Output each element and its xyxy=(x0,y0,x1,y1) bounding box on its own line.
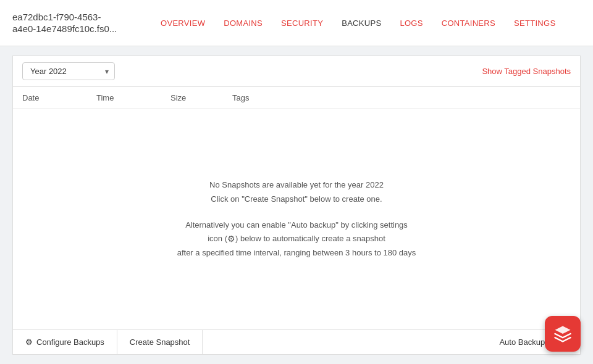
toolbar: Year 2022Year 2021Year 2020 Show Tagged … xyxy=(13,56,580,87)
table-header: Date Time Size Tags xyxy=(13,87,580,109)
bottom-bar: ⚙ Configure Backups Create Snapshot Auto… xyxy=(13,329,580,354)
nav-item-overview[interactable]: OVERVIEW xyxy=(161,19,205,28)
empty-line2: Click on "Create Snapshot" below to crea… xyxy=(211,194,382,204)
nav-item-backups[interactable]: BACKUPS xyxy=(342,19,381,28)
configure-backups-button[interactable]: ⚙ Configure Backups xyxy=(13,330,117,354)
alt-line2: icon (⚙) below to automatically create a… xyxy=(208,234,385,243)
col-tags: Tags xyxy=(232,93,571,102)
gear-icon: ⚙ xyxy=(227,232,235,247)
alt-line1: Alternatively you can enable "Auto backu… xyxy=(185,220,408,230)
alt-line3: after a specified time interval, ranging… xyxy=(177,248,416,257)
show-tagged-button[interactable]: Show Tagged Snapshots xyxy=(482,67,571,76)
nav-item-logs[interactable]: LOGS xyxy=(400,19,423,28)
create-snapshot-button[interactable]: Create Snapshot xyxy=(117,330,203,354)
col-date: Date xyxy=(22,93,96,102)
nav-item-settings[interactable]: SETTINGS xyxy=(514,19,555,28)
empty-area: No Snapshots are available yet for the y… xyxy=(13,109,580,329)
header: ea72dbc1-f790-4563- a4e0-14e7489fc10c.fs… xyxy=(0,0,593,46)
year-select-wrapper[interactable]: Year 2022Year 2021Year 2020 xyxy=(22,62,115,80)
nav-item-containers[interactable]: CONTAINERS xyxy=(442,19,495,28)
floating-box-icon[interactable] xyxy=(545,316,581,352)
empty-line1: No Snapshots are available yet for the y… xyxy=(209,180,384,189)
col-size: Size xyxy=(170,93,232,102)
gear-icon: ⚙ xyxy=(25,337,33,347)
nav-item-domains[interactable]: DOMAINS xyxy=(224,19,263,28)
year-select[interactable]: Year 2022Year 2021Year 2020 xyxy=(22,62,115,80)
page-title: ea72dbc1-f790-4563- a4e0-14e7489fc10c.fs… xyxy=(12,11,148,35)
col-time: Time xyxy=(96,93,170,102)
main-nav: OVERVIEWDOMAINSSECURITYBACKUPSLOGSCONTAI… xyxy=(161,19,555,28)
content-area: Year 2022Year 2021Year 2020 Show Tagged … xyxy=(0,46,593,364)
nav-item-security[interactable]: SECURITY xyxy=(281,19,323,28)
empty-message: No Snapshots are available yet for the y… xyxy=(209,178,384,205)
empty-alt: Alternatively you can enable "Auto backu… xyxy=(177,218,416,260)
backups-panel: Year 2022Year 2021Year 2020 Show Tagged … xyxy=(12,56,581,355)
